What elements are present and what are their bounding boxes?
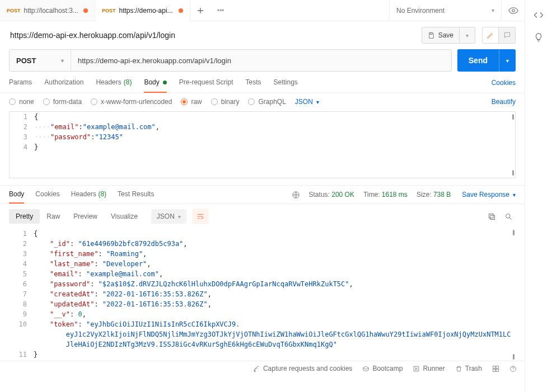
request-line: POST ▾ Send ▾ [0,49,525,72]
scrollbar[interactable] [512,170,514,176]
subnav-settings[interactable]: Settings [274,78,298,93]
runner-icon [413,365,420,372]
save-response-button[interactable]: Save Response ▾ [462,191,516,203]
chevron-down-icon: ▾ [61,58,64,64]
environment-label: No Environment [396,7,487,15]
response-format-select[interactable]: JSON ▾ [151,209,186,224]
tab-overflow-button[interactable]: ••• [210,0,231,21]
respnav-body[interactable]: Body [9,190,24,204]
subnav-tests[interactable]: Tests [245,78,261,93]
trash-icon [455,365,462,372]
layout-button[interactable] [492,365,499,372]
request-body-editor[interactable]: 1{ 2····"email":"example@mail.com", 3···… [9,111,516,178]
new-tab-button[interactable] [190,0,210,21]
dirty-dot-icon [83,8,88,13]
bulb-icon [534,32,544,42]
comment-button[interactable] [499,27,516,44]
view-pretty[interactable]: Pretty [9,209,40,224]
chevron-down-icon: ▾ [513,192,516,198]
wrap-lines-button[interactable] [192,209,209,224]
svg-rect-6 [414,366,419,371]
radio-raw[interactable]: raw [181,98,202,106]
view-raw[interactable]: Raw [40,209,67,224]
svg-rect-4 [489,214,493,218]
tab-title: https://demo-api... [119,7,175,15]
environment-quicklook-button[interactable] [501,0,525,21]
info-button[interactable] [534,32,544,42]
comment-icon [503,31,511,39]
scrollbar[interactable] [513,354,514,360]
bootcamp-button[interactable]: Bootcamp [362,365,403,372]
request-subnav: Params Authorization Headers (8) Body Pr… [0,72,525,93]
environment-select[interactable]: No Environment ▾ [389,0,501,21]
trash-button[interactable]: Trash [455,365,482,372]
bootcamp-icon [362,365,369,372]
tab-method: POST [102,8,116,13]
subnav-authorization[interactable]: Authorization [44,78,83,93]
globe-icon [292,191,300,199]
raw-type-select[interactable]: JSON ▾ [295,98,319,106]
chevron-down-icon: ▾ [492,7,494,13]
search-response-button[interactable] [501,209,516,224]
respnav-cookies[interactable]: Cookies [35,190,59,204]
svg-rect-10 [496,369,498,371]
svg-point-0 [512,9,514,12]
send-button[interactable]: Send [457,49,499,72]
tab-title: http://localhost:3... [24,7,80,15]
tab-1[interactable]: POST https://demo-api... [95,0,190,21]
view-preview[interactable]: Preview [67,209,104,224]
chevron-down-icon: ▾ [316,99,319,105]
scrollbar[interactable] [513,230,514,235]
capture-button[interactable]: Capture requests and cookies [253,365,352,372]
save-button[interactable]: Save [422,27,460,44]
response-view-row: Pretty Raw Preview Visualize JSON ▾ [0,204,525,229]
beautify-link[interactable]: Beautify [492,98,516,106]
request-display-url: https://demo-api-ex.herokuapp.com/api/v1… [10,31,415,40]
radio-xwww[interactable]: x-www-form-urlencoded [91,98,172,106]
tab-method: POST [7,8,21,13]
save-icon [428,32,435,39]
response-body-editor[interactable]: 1{ 2 "_id": "61e44969b2bfc8792db5c93a", … [9,229,516,361]
radio-binary[interactable]: binary [211,98,240,106]
subnav-params[interactable]: Params [9,78,32,93]
radio-none[interactable]: none [9,98,34,106]
subnav-headers[interactable]: Headers (8) [96,78,132,93]
copy-icon [488,212,496,221]
method-select[interactable]: POST ▾ [10,50,71,71]
dirty-dot-icon [179,8,183,13]
help-icon [509,365,517,372]
radio-graphql[interactable]: GraphQL [248,98,286,106]
scrollbar[interactable] [512,114,514,120]
cookies-link[interactable]: Cookies [492,79,516,92]
save-caret-button[interactable]: ▾ [460,27,475,44]
code-icon [534,10,544,20]
help-button[interactable] [509,365,517,372]
radio-formdata[interactable]: form-data [43,98,82,106]
edit-button[interactable] [482,27,499,44]
tab-0[interactable]: POST http://localhost:3... [0,0,95,21]
respnav-testresults[interactable]: Test Results [118,190,154,204]
respnav-headers[interactable]: Headers (8) [71,190,106,204]
status-bar: Capture requests and cookies Bootcamp Ru… [0,361,525,376]
copy-response-button[interactable] [484,209,499,224]
body-type-row: none form-data x-www-form-urlencoded raw… [0,93,525,110]
subnav-body[interactable]: Body [144,78,166,93]
svg-rect-1 [430,32,432,34]
view-visualize[interactable]: Visualize [104,209,144,224]
dirty-dot-icon [163,81,167,84]
svg-rect-8 [496,366,498,368]
response-nav: Body Cookies Headers (8) Test Results St… [0,185,525,204]
subnav-prerequest[interactable]: Pre-request Script [179,78,233,93]
chevron-down-icon: ▾ [506,58,509,64]
url-input[interactable] [71,50,451,71]
runner-button[interactable]: Runner [413,365,445,372]
svg-point-5 [506,214,510,218]
response-status: Status: 200 OK Time: 1618 ms Size: 738 B [292,191,451,204]
right-rail [525,0,552,392]
satellite-icon [253,365,260,372]
method-label: POST [16,56,36,65]
svg-rect-9 [493,369,495,371]
request-titlebar: https://demo-api-ex.herokuapp.com/api/v1… [0,21,525,49]
code-button[interactable] [534,10,544,20]
send-caret-button[interactable]: ▾ [499,49,516,72]
